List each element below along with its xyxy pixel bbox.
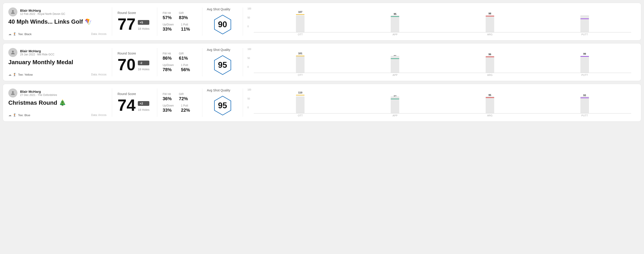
score-badge: +5	[138, 20, 149, 25]
fw-hit-stat: FW Hit 57%	[163, 11, 172, 20]
card-stats: FW Hit 86% GIR 61% Up/Down 78% 1 Putt 56…	[157, 48, 202, 76]
user-name: Blair McHarg	[20, 90, 57, 94]
score-number: 74	[118, 97, 136, 113]
weather-icon: ☁	[8, 32, 12, 36]
card-chart: 100 50 0 107 95 98	[243, 7, 636, 36]
stats-row-bottom: Up/Down 78% 1 Putt 56%	[163, 64, 197, 72]
weather-icon: ☁	[8, 113, 12, 117]
card-score: Round Score 74 +2 18 Holes	[112, 89, 157, 117]
svg-point-2	[12, 91, 14, 93]
stats-row-bottom: Up/Down 33% 1 Putt 22%	[163, 104, 197, 113]
gir-label: GIR	[179, 52, 188, 55]
weather-icon: ☁	[8, 73, 12, 76]
score-holes: 18 Holes	[138, 108, 149, 112]
one-putt-stat: 1 Putt 22%	[181, 104, 190, 113]
fw-hit-label: FW Hit	[163, 52, 172, 55]
bar-group: 95	[444, 93, 536, 113]
x-label: APP	[348, 114, 442, 117]
up-down-label: Up/Down	[163, 104, 174, 107]
user-row: Blair McHarg 12 Feb 2022 · Royal North D…	[8, 7, 106, 16]
fw-hit-value: 86%	[163, 56, 172, 61]
hexagon-container: 95	[211, 54, 234, 76]
score-row: 70 -2 18 Holes	[118, 57, 152, 73]
up-down-value: 33%	[163, 26, 174, 32]
x-label: OTT	[254, 74, 347, 76]
fw-hit-stat: FW Hit 86%	[163, 52, 172, 61]
x-label: PUTT	[538, 33, 631, 36]
bar-line	[580, 98, 589, 98]
up-down-label: Up/Down	[163, 64, 174, 67]
tee-label: Tee: Yellow	[18, 73, 33, 76]
stats-row-bottom: Up/Down 33% 1 Putt 11%	[163, 23, 197, 32]
card-left: Blair McHarg 29 Jan 2022 · Mill Ride GCC…	[8, 48, 112, 76]
up-down-value: 78%	[163, 67, 174, 72]
bar-bg	[580, 96, 589, 113]
user-info: Blair McHarg 27 Dec 2021 · The Oxfordshi…	[20, 90, 57, 97]
score-label: Round Score	[118, 92, 152, 96]
bar-group: 87	[348, 93, 442, 113]
bar-value: 96	[488, 53, 491, 56]
user-name: Blair McHarg	[20, 8, 65, 12]
score-badge: +2	[138, 101, 149, 106]
tee-info: ☁ 🏌 Tee: Blue	[8, 113, 30, 117]
quality-score: 95	[218, 101, 227, 110]
bar-bg	[580, 15, 589, 32]
bag-icon: 🏌	[13, 73, 17, 76]
user-icon	[10, 90, 16, 96]
hexagon-container: 95	[211, 94, 234, 117]
bar-value: 107	[298, 10, 302, 13]
stats-row-top: FW Hit 86% GIR 61%	[163, 52, 197, 61]
score-meta: -2 18 Holes	[138, 61, 149, 73]
bar-line	[296, 14, 304, 15]
bag-icon: 🏌	[13, 32, 17, 36]
up-down-value: 33%	[163, 108, 174, 113]
bar-group: 96	[444, 52, 536, 73]
quality-score: 90	[218, 20, 227, 29]
avatar	[8, 89, 17, 98]
score-holes: 18 Holes	[138, 68, 149, 71]
bar-bg	[486, 96, 494, 113]
bar-bg	[296, 56, 304, 73]
score-label: Round Score	[118, 52, 152, 55]
score-label: Round Score	[118, 11, 152, 15]
user-icon	[10, 50, 16, 55]
one-putt-value: 56%	[181, 67, 190, 72]
bar-line	[296, 95, 304, 96]
data-source: Data: Arccos	[91, 32, 106, 36]
card-left: Blair McHarg 27 Dec 2021 · The Oxfordshi…	[8, 89, 112, 117]
tee-label: Tee: Black	[18, 32, 32, 36]
card-chart: 100 50 0 101 86 96	[243, 48, 636, 76]
one-putt-value: 22%	[181, 108, 190, 113]
x-label: OTT	[254, 114, 347, 117]
one-putt-value: 11%	[181, 26, 190, 32]
bar-value: 98	[488, 12, 491, 15]
x-label: ARG	[444, 114, 536, 117]
bar-line	[391, 99, 399, 99]
bar-bg	[391, 15, 399, 32]
fw-hit-stat: FW Hit 36%	[163, 93, 172, 101]
user-info: Blair McHarg 12 Feb 2022 · Royal North D…	[20, 8, 65, 15]
bar-chart: 100 50 0 101 86 96	[248, 48, 631, 76]
tee-info: ☁ 🏌 Tee: Black	[8, 32, 32, 36]
card-footer: ☁ 🏌 Tee: Blue Data: Arccos	[8, 113, 106, 117]
bar-line	[580, 18, 589, 19]
stats-row-top: FW Hit 36% GIR 72%	[163, 93, 197, 101]
card-score: Round Score 77 +5 18 Holes	[112, 7, 157, 36]
gir-value: 72%	[179, 96, 188, 101]
up-down-label: Up/Down	[163, 23, 174, 26]
x-label: APP	[348, 33, 442, 36]
bag-icon: 🏌	[13, 113, 17, 117]
bar-group: 95	[348, 12, 442, 32]
x-label: PUTT	[538, 114, 631, 117]
one-putt-stat: 1 Putt 11%	[181, 23, 190, 32]
x-label: ARG	[444, 33, 536, 36]
fw-hit-value: 36%	[163, 96, 172, 101]
bar-bg	[296, 96, 304, 113]
score-number: 70	[118, 57, 136, 73]
card-quality: Avg Shot Quality 95	[202, 89, 243, 117]
gir-value: 83%	[179, 15, 188, 20]
round-title: Christmas Round 🎄	[8, 99, 106, 106]
user-meta: 29 Jan 2022 · Mill Ride GCC	[20, 53, 54, 56]
card-footer: ☁ 🏌 Tee: Black Data: Arccos	[8, 32, 106, 36]
round-title: 40 Mph Winds... Links Golf 🪁	[8, 18, 106, 25]
